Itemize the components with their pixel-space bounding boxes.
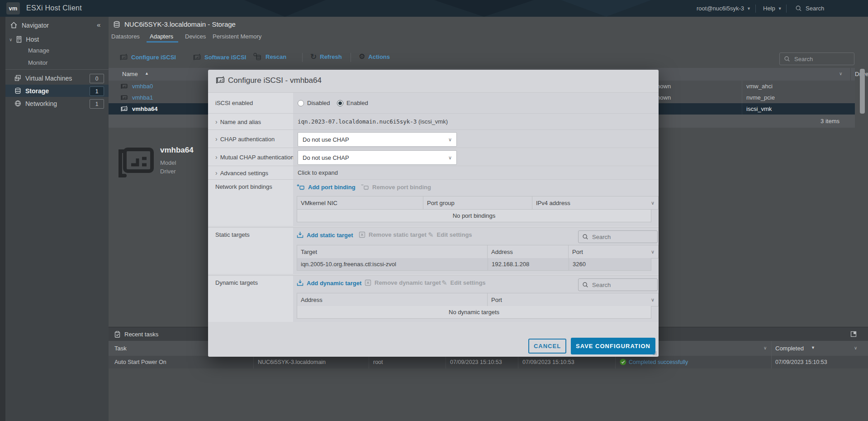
name-column-header[interactable]: Name bbox=[122, 71, 138, 77]
address-column-header[interactable]: Address∨ bbox=[487, 245, 576, 258]
sidebar-item-monitor[interactable]: Monitor bbox=[28, 59, 47, 66]
value-cell: Do not use CHAP∨ bbox=[293, 148, 659, 166]
tab-datastores[interactable]: Datastores bbox=[111, 33, 140, 40]
task-result-cell[interactable]: Completed successfully bbox=[629, 359, 688, 365]
vmkernel-nic-column-header[interactable]: VMkernel NIC∨ bbox=[297, 196, 431, 210]
add-static-target-button[interactable]: Add static target bbox=[297, 231, 353, 239]
configure-iscsi-label[interactable]: Configure iSCSI bbox=[131, 54, 176, 61]
add-static-target-label[interactable]: Add static target bbox=[307, 232, 353, 239]
sidebar-item-host[interactable]: ∨ Host bbox=[9, 34, 39, 45]
tab-adapters[interactable]: Adapters bbox=[150, 33, 173, 40]
popout-icon[interactable] bbox=[850, 331, 857, 337]
adapter-name-link[interactable]: vmhba1 bbox=[132, 94, 153, 101]
static-targets-search-input[interactable] bbox=[591, 233, 640, 241]
host-label[interactable]: Host bbox=[26, 36, 39, 43]
completed-column-header[interactable]: Completed bbox=[775, 345, 804, 352]
user-menu[interactable]: root@nuc6i5syk-3▼ bbox=[697, 0, 751, 17]
sidebar-item-manage[interactable]: Manage bbox=[28, 47, 49, 54]
address-column-header[interactable]: Address∨ bbox=[297, 293, 495, 306]
static-target-port-cell[interactable]: 3260 bbox=[569, 258, 651, 271]
static-target-address-cell[interactable]: 192.168.1.208 bbox=[488, 258, 569, 271]
software-iscsi-label[interactable]: Software iSCSI bbox=[204, 54, 246, 61]
networking-label[interactable]: Networking bbox=[25, 100, 57, 107]
expander-chevron-icon[interactable]: › bbox=[215, 153, 218, 161]
radio-button-icon[interactable] bbox=[298, 100, 304, 106]
chevron-down-icon[interactable]: ∨ bbox=[764, 345, 767, 350]
software-iscsi-button[interactable]: Software iSCSI bbox=[193, 53, 246, 61]
radio-disabled[interactable]: Disabled bbox=[298, 100, 330, 106]
adapters-search[interactable] bbox=[779, 53, 854, 65]
task-row[interactable]: Auto Start Power On NUC6i5SYK-3.localdom… bbox=[109, 356, 868, 368]
target-column-header[interactable]: Target∨ bbox=[297, 245, 495, 258]
table-scrollbar[interactable] bbox=[860, 69, 865, 114]
chap-select[interactable]: Do not use CHAP∨ bbox=[298, 132, 457, 147]
refresh-button[interactable]: ↻ Refresh bbox=[310, 53, 342, 60]
dynamic-targets-search[interactable] bbox=[578, 278, 658, 291]
port-group-column-header[interactable]: Port group∨ bbox=[423, 196, 540, 210]
help-label[interactable]: Help bbox=[763, 5, 775, 12]
add-dynamic-target-button[interactable]: Add dynamic target bbox=[297, 279, 361, 287]
advanced-settings-label[interactable]: Advanced settings bbox=[220, 170, 268, 177]
chap-label[interactable]: CHAP authentication bbox=[220, 136, 275, 143]
configure-iscsi-button[interactable]: Configure iSCSI bbox=[119, 53, 176, 61]
expander-chevron-icon[interactable]: › bbox=[215, 118, 218, 125]
static-target-iqn-cell[interactable]: iqn.2005-10.org.freenas.ctl:iscsi-zvol bbox=[297, 258, 488, 271]
add-dynamic-target-label[interactable]: Add dynamic target bbox=[307, 280, 361, 287]
cancel-button[interactable]: CANCEL bbox=[528, 339, 566, 354]
column-label: Address bbox=[301, 297, 323, 303]
expander-chevron-icon[interactable]: › bbox=[215, 135, 218, 143]
topbar-decoration bbox=[434, 0, 534, 17]
adapter-name-link[interactable]: vmhba0 bbox=[132, 83, 153, 90]
sort-desc-icon: ▼ bbox=[811, 345, 815, 350]
sidebar-item-virtual-machines[interactable]: Virtual Machines bbox=[14, 72, 72, 84]
sidebar-item-networking[interactable]: Networking bbox=[14, 97, 57, 110]
remove-dynamic-target-label: Remove dynamic target bbox=[375, 279, 441, 286]
dynamic-targets-search-input[interactable] bbox=[591, 281, 640, 289]
column-divider bbox=[253, 356, 254, 368]
adapter-name-selected[interactable]: vmhba64 bbox=[132, 105, 157, 112]
virtual-machines-label[interactable]: Virtual Machines bbox=[25, 75, 72, 82]
sidebar-edge bbox=[0, 17, 5, 421]
global-search[interactable]: Search bbox=[795, 0, 824, 17]
expander-chevron-icon[interactable]: › bbox=[215, 169, 218, 177]
actions-button[interactable]: ⚙ Actions bbox=[359, 53, 390, 60]
mutual-chap-select[interactable]: Do not use CHAP∨ bbox=[298, 150, 457, 165]
port-column-header[interactable]: Port∨ bbox=[568, 245, 659, 258]
tab-devices[interactable]: Devices bbox=[185, 33, 206, 40]
name-alias-label[interactable]: Name and alias bbox=[220, 119, 261, 125]
task-column-header[interactable]: Task bbox=[114, 345, 127, 352]
search-label[interactable]: Search bbox=[806, 5, 824, 12]
save-configuration-button[interactable]: SAVE CONFIGURATION bbox=[571, 338, 655, 354]
chevron-down-icon[interactable]: ∨ bbox=[839, 71, 842, 76]
divider bbox=[351, 53, 351, 62]
refresh-label[interactable]: Refresh bbox=[320, 53, 342, 60]
radio-enabled[interactable]: Enabled bbox=[337, 100, 368, 106]
disabled-option-label[interactable]: Disabled bbox=[307, 100, 330, 106]
port-column-header[interactable]: Port∨ bbox=[487, 293, 659, 306]
radio-button-selected-icon[interactable] bbox=[337, 100, 343, 106]
column-divider bbox=[742, 81, 742, 92]
resize-grip-icon[interactable] bbox=[653, 351, 657, 355]
static-targets-search[interactable] bbox=[578, 230, 658, 243]
mutual-chap-label[interactable]: Mutual CHAP authentication bbox=[220, 154, 294, 161]
enabled-option-label[interactable]: Enabled bbox=[346, 100, 368, 106]
empty-message: No port bindings bbox=[453, 212, 496, 219]
advanced-expand-hint[interactable]: Click to expand bbox=[298, 169, 338, 176]
tab-persistent-memory[interactable]: Persistent Memory bbox=[213, 33, 261, 40]
rescan-button[interactable]: Rescan bbox=[252, 53, 286, 61]
chevron-down-icon[interactable]: ∨ bbox=[854, 345, 857, 350]
add-port-binding-button[interactable]: Add port binding bbox=[297, 183, 356, 191]
storage-label[interactable]: Storage bbox=[25, 87, 49, 95]
label-cell: iSCSI enabled bbox=[208, 93, 293, 114]
rescan-label[interactable]: Rescan bbox=[266, 53, 286, 60]
collapse-sidebar-icon[interactable]: « bbox=[97, 21, 100, 29]
sidebar-item-storage[interactable]: Storage bbox=[14, 85, 49, 97]
remove-port-binding-label: Remove port binding bbox=[372, 184, 431, 191]
help-menu[interactable]: Help▼ bbox=[763, 0, 782, 17]
adapters-search-input[interactable] bbox=[793, 55, 845, 63]
add-port-binding-label[interactable]: Add port binding bbox=[308, 184, 356, 191]
user-name[interactable]: root@nuc6i5syk-3 bbox=[697, 5, 744, 12]
ipv4-column-header[interactable]: IPv4 address∨ bbox=[532, 196, 659, 210]
adapter-detail-icon bbox=[116, 143, 156, 180]
actions-label[interactable]: Actions bbox=[368, 53, 390, 60]
